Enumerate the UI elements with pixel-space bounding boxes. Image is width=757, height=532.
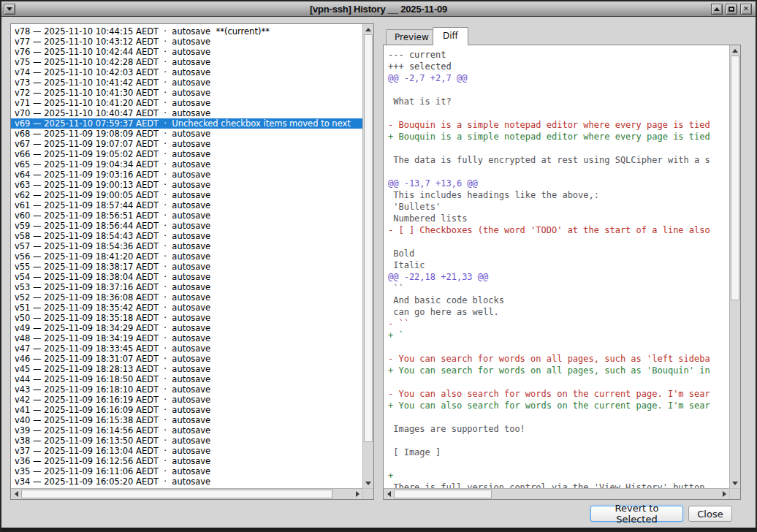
diff-line-ctx: There is full version control via the 'V… [388, 482, 729, 488]
revert-to-selected-button[interactable]: Revert to Selected [590, 506, 683, 522]
scroll-up-button[interactable] [730, 45, 740, 56]
history-row-v72[interactable]: v72 — 2025-11-10 10:41:30 AEDT · autosav… [11, 88, 362, 98]
arrow-down-icon [365, 482, 371, 485]
history-row-v61[interactable]: v61 — 2025-11-09 18:57:44 AEDT · autosav… [11, 200, 362, 210]
scroll-down-button[interactable] [363, 478, 373, 488]
scroll-thumb[interactable] [394, 490, 492, 498]
history-row-v58[interactable]: v58 — 2025-11-09 18:54:43 AEDT · autosav… [11, 231, 362, 241]
scroll-track[interactable] [21, 490, 352, 498]
diff-panel: --- current+++ selected@@ -2,7 +2,7 @@ W… [383, 45, 741, 500]
history-row-v34[interactable]: v34 — 2025-11-09 16:05:20 AEDT · autosav… [11, 476, 362, 487]
shade-button[interactable] [711, 4, 723, 15]
arrow-right-icon [723, 491, 726, 497]
history-row-v56[interactable]: v56 — 2025-11-09 18:41:20 AEDT · autosav… [11, 251, 362, 262]
diff-line-ctx [388, 376, 729, 388]
scroll-left-button[interactable] [384, 489, 394, 499]
history-row-v50[interactable]: v50 — 2025-11-09 18:35:18 AEDT · autosav… [11, 313, 362, 323]
history-hscrollbar[interactable] [11, 488, 362, 499]
history-row-v74[interactable]: v74 — 2025-11-10 10:42:03 AEDT · autosav… [11, 67, 362, 77]
history-row-v78[interactable]: v78 — 2025-11-10 10:44:15 AEDT · autosav… [11, 26, 362, 37]
titlebar[interactable]: [vpn-ssh] History __ 2025-11-09 ✕ [1, 1, 756, 17]
history-row-v35[interactable]: v35 — 2025-11-09 16:11:06 AEDT · autosav… [11, 466, 362, 476]
history-row-v48[interactable]: v48 — 2025-11-09 18:34:19 AEDT · autosav… [11, 333, 362, 343]
arrow-right-icon [356, 491, 360, 497]
history-rows[interactable]: v78 — 2025-11-10 10:44:15 AEDT · autosav… [11, 24, 362, 488]
scroll-right-button[interactable] [352, 489, 362, 499]
tab-preview[interactable]: Preview [386, 29, 438, 45]
history-vscrollbar[interactable] [362, 24, 373, 488]
history-row-v64[interactable]: v64 — 2025-11-09 19:03:16 AEDT · autosav… [11, 170, 362, 180]
diff-line-add: + [388, 470, 729, 482]
diff-vscrollbar[interactable] [729, 45, 740, 488]
history-row-v45[interactable]: v45 — 2025-11-09 18:28:13 AEDT · autosav… [11, 364, 362, 374]
diff-line-del: - [ ] Checkboxes (the word 'TODO' at the… [388, 224, 729, 236]
history-row-v36[interactable]: v36 — 2025-11-09 16:12:56 AEDT · autosav… [11, 456, 362, 466]
history-row-v49[interactable]: v49 — 2025-11-09 18:34:29 AEDT · autosav… [11, 323, 362, 333]
scroll-track[interactable] [731, 56, 739, 478]
history-row-v55[interactable]: v55 — 2025-11-09 18:38:17 AEDT · autosav… [11, 262, 362, 272]
history-row-v67[interactable]: v67 — 2025-11-09 19:07:07 AEDT · autosav… [11, 139, 362, 149]
diff-line-meta: +++ selected [388, 61, 729, 72]
history-row-v77[interactable]: v77 — 2025-11-10 10:43:12 AEDT · autosav… [11, 37, 362, 47]
history-row-v68[interactable]: v68 — 2025-11-09 19:08:09 AEDT · autosav… [11, 129, 362, 139]
history-row-v63[interactable]: v63 — 2025-11-09 19:00:13 AEDT · autosav… [11, 180, 362, 190]
history-row-v71[interactable]: v71 — 2025-11-10 10:41:20 AEDT · autosav… [11, 98, 362, 108]
history-row-v69[interactable]: v69 — 2025-11-10 07:59:37 AEDT · Uncheck… [11, 118, 362, 129]
scroll-thumb[interactable] [364, 34, 373, 442]
history-row-v59[interactable]: v59 — 2025-11-09 18:56:44 AEDT · autosav… [11, 221, 362, 231]
history-row-v75[interactable]: v75 — 2025-11-10 10:42:28 AEDT · autosav… [11, 57, 362, 67]
diff-line-ctx: Italic [388, 259, 729, 271]
diff-line-ctx [388, 435, 729, 446]
history-row-v66[interactable]: v66 — 2025-11-09 19:05:02 AEDT · autosav… [11, 149, 362, 159]
history-row-v60[interactable]: v60 — 2025-11-09 18:56:51 AEDT · autosav… [11, 210, 362, 221]
close-window-button[interactable]: ✕ [740, 4, 752, 15]
history-row-v51[interactable]: v51 — 2025-11-09 18:35:42 AEDT · autosav… [11, 303, 362, 313]
diff-line-add: + You can search for words on all pages,… [388, 365, 729, 376]
diff-hscrollbar[interactable] [384, 488, 729, 499]
diff-line-del: - You can also search for words on the c… [388, 388, 729, 400]
diff-line-meta: --- current [388, 49, 729, 61]
history-row-v42[interactable]: v42 — 2025-11-09 16:16:19 AEDT · autosav… [11, 395, 362, 405]
history-row-v44[interactable]: v44 — 2025-11-09 16:18:50 AEDT · autosav… [11, 374, 362, 384]
scroll-right-button[interactable] [719, 489, 729, 499]
maximize-icon [729, 7, 734, 12]
scroll-up-button[interactable] [363, 24, 373, 34]
close-button[interactable]: Close [688, 506, 732, 522]
history-row-v54[interactable]: v54 — 2025-11-09 18:38:04 AEDT · autosav… [11, 272, 362, 282]
maximize-button[interactable] [726, 4, 737, 15]
window-title: [vpn-ssh] History __ 2025-11-09 [1, 4, 756, 15]
close-icon: ✕ [743, 5, 749, 12]
diff-line-ctx: The data is fully encrypted at rest usin… [388, 154, 729, 166]
diff-line-ctx: Images are supported too! [388, 423, 729, 435]
history-row-v43[interactable]: v43 — 2025-11-09 16:18:10 AEDT · autosav… [11, 384, 362, 395]
scroll-track[interactable] [364, 34, 373, 478]
scroll-track[interactable] [394, 490, 719, 498]
history-row-v41[interactable]: v41 — 2025-11-09 16:16:09 AEDT · autosav… [11, 405, 362, 415]
history-row-v57[interactable]: v57 — 2025-11-09 18:54:36 AEDT · autosav… [11, 241, 362, 251]
history-row-v52[interactable]: v52 — 2025-11-09 18:36:08 AEDT · autosav… [11, 292, 362, 303]
history-row-v76[interactable]: v76 — 2025-11-10 10:42:44 AEDT · autosav… [11, 47, 362, 57]
diff-line-add: + Bouquin is a simple notepad editor whe… [388, 131, 729, 142]
scroll-left-button[interactable] [11, 489, 21, 499]
arrow-up-icon [732, 49, 738, 53]
tab-diff[interactable]: Diff [433, 27, 468, 45]
history-row-v65[interactable]: v65 — 2025-11-09 19:04:34 AEDT · autosav… [11, 159, 362, 170]
history-row-v38[interactable]: v38 — 2025-11-09 16:13:50 AEDT · autosav… [11, 436, 362, 446]
history-row-v47[interactable]: v47 — 2025-11-09 18:33:45 AEDT · autosav… [11, 343, 362, 354]
diff-line-del: - Bouquin is a simple notepad editor whe… [388, 119, 729, 131]
history-row-v39[interactable]: v39 — 2025-11-09 16:14:56 AEDT · autosav… [11, 425, 362, 436]
history-window: [vpn-ssh] History __ 2025-11-09 ✕ v78 — … [0, 0, 757, 532]
history-row-v46[interactable]: v46 — 2025-11-09 18:31:07 AEDT · autosav… [11, 354, 362, 364]
history-row-v62[interactable]: v62 — 2025-11-09 19:00:05 AEDT · autosav… [11, 190, 362, 200]
diff-line-ctx [388, 166, 729, 178]
history-row-v70[interactable]: v70 — 2025-11-10 10:40:47 AEDT · autosav… [11, 108, 362, 118]
history-row-v37[interactable]: v37 — 2025-11-09 16:13:04 AEDT · autosav… [11, 446, 362, 456]
history-row-v53[interactable]: v53 — 2025-11-09 18:37:16 AEDT · autosav… [11, 282, 362, 292]
scroll-thumb[interactable] [21, 490, 332, 498]
scroll-thumb[interactable] [731, 56, 739, 300]
scroll-down-button[interactable] [730, 478, 740, 488]
arrow-left-icon [15, 491, 18, 497]
history-row-v73[interactable]: v73 — 2025-11-10 10:41:42 AEDT · autosav… [11, 77, 362, 88]
history-row-v40[interactable]: v40 — 2025-11-09 16:15:38 AEDT · autosav… [11, 415, 362, 425]
diff-line-ctx [388, 142, 729, 154]
